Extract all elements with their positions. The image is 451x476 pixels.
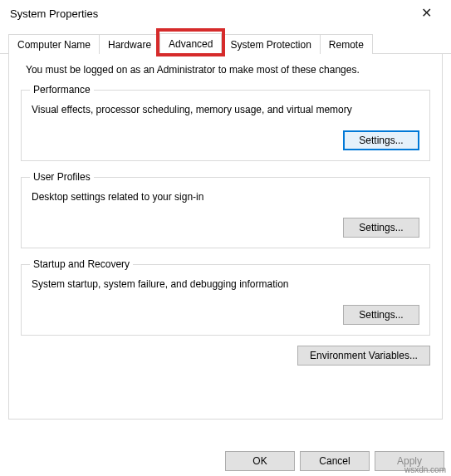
apply-button[interactable]: Apply — [375, 451, 444, 471]
desc-startup-recovery: System startup, system failure, and debu… — [32, 278, 419, 290]
group-startup-recovery: Startup and Recovery System startup, sys… — [21, 258, 430, 336]
settings-button-performance[interactable]: Settings... — [343, 130, 419, 150]
title-bar: System Properties ✕ — [0, 0, 451, 25]
window-title: System Properties — [10, 7, 98, 20]
desc-user-profiles: Desktop settings related to your sign-in — [32, 191, 419, 203]
group-performance: Performance Visual effects, processor sc… — [21, 84, 430, 161]
legend-startup-recovery: Startup and Recovery — [30, 258, 133, 270]
settings-button-startup-recovery[interactable]: Settings... — [343, 305, 419, 325]
group-user-profiles: User Profiles Desktop settings related t… — [21, 171, 430, 248]
admin-notice: You must be logged on as an Administrato… — [26, 64, 430, 76]
ok-button[interactable]: OK — [225, 451, 295, 471]
close-icon[interactable]: ✕ — [409, 3, 443, 23]
cancel-button[interactable]: Cancel — [300, 451, 370, 471]
dialog-footer: OK Cancel Apply — [7, 444, 444, 471]
tab-advanced[interactable]: Advanced — [159, 33, 222, 54]
settings-button-user-profiles[interactable]: Settings... — [343, 218, 419, 238]
tab-computer-name[interactable]: Computer Name — [8, 34, 100, 54]
tab-remote[interactable]: Remote — [320, 34, 373, 54]
tab-panel-advanced: You must be logged on as an Administrato… — [8, 54, 443, 420]
tab-hardware[interactable]: Hardware — [99, 34, 160, 54]
tab-strip: Computer Name Hardware Advanced System P… — [0, 32, 451, 54]
legend-user-profiles: User Profiles — [30, 171, 94, 183]
legend-performance: Performance — [30, 84, 94, 96]
environment-variables-button[interactable]: Environment Variables... — [297, 346, 430, 366]
desc-performance: Visual effects, processor scheduling, me… — [32, 104, 419, 115]
tab-system-protection[interactable]: System Protection — [221, 34, 320, 54]
